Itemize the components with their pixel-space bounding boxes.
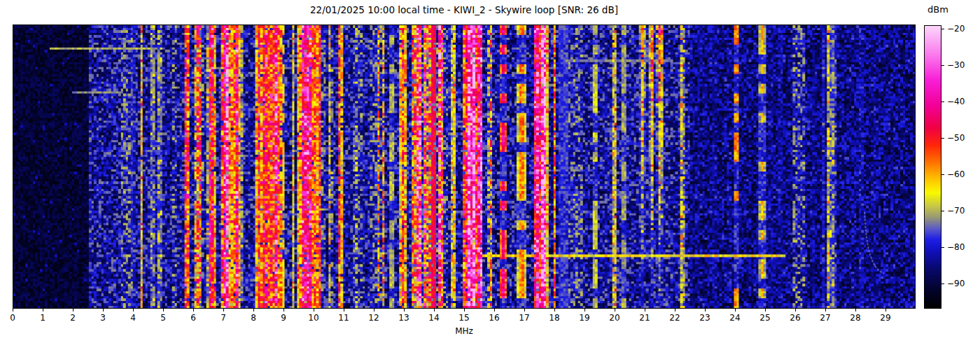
- x-axis-tick-label: 21: [634, 313, 655, 323]
- x-axis-tick-label: 25: [755, 313, 776, 323]
- colorbar-canvas: [925, 26, 941, 308]
- colorbar-tick-label: −90: [947, 279, 965, 288]
- colorbar-tick-label: −20: [947, 24, 965, 34]
- colorbar-tick: [941, 284, 944, 284]
- x-axis-tick: [404, 309, 405, 312]
- x-axis-tick: [584, 309, 585, 312]
- colorbar-title: dBm: [921, 4, 955, 15]
- x-axis-tick: [554, 309, 555, 312]
- x-axis-tick-label: 18: [544, 313, 565, 323]
- colorbar-tick: [941, 29, 944, 29]
- colorbar: [924, 25, 941, 309]
- x-axis-tick-label: 0: [2, 313, 23, 323]
- x-axis-tick-label: 5: [153, 313, 174, 323]
- x-axis-tick-label: 6: [183, 313, 204, 323]
- x-axis-tick: [645, 309, 645, 312]
- x-axis-label: MHz: [13, 326, 916, 336]
- x-axis-tick-label: 1: [32, 313, 53, 323]
- colorbar-tick-label: −50: [947, 133, 965, 143]
- x-axis-tick-label: 3: [92, 313, 113, 323]
- x-axis-tick: [163, 309, 164, 312]
- x-axis-tick-label: 8: [243, 313, 264, 323]
- x-axis-tick: [73, 309, 74, 312]
- x-axis-tick: [825, 309, 826, 312]
- x-axis-tick: [705, 309, 706, 312]
- colorbar-tick-label: −80: [947, 242, 965, 252]
- x-axis-tick-label: 24: [724, 313, 746, 323]
- x-axis-tick-label: 29: [875, 313, 896, 323]
- x-axis-tick-label: 19: [574, 313, 595, 323]
- waterfall-canvas: [13, 25, 915, 308]
- x-axis-tick-label: 12: [363, 313, 384, 323]
- x-axis-tick: [344, 309, 344, 312]
- x-axis-tick: [43, 309, 43, 312]
- colorbar-tick-label: −30: [947, 60, 965, 70]
- colorbar-tick-label: −40: [947, 97, 965, 106]
- x-axis-tick: [765, 309, 766, 312]
- x-axis-tick: [735, 309, 736, 312]
- colorbar-tick: [941, 102, 944, 102]
- colorbar-tick: [941, 138, 944, 139]
- x-axis-tick-label: 14: [424, 313, 444, 323]
- x-axis-tick: [13, 309, 13, 312]
- x-axis-tick-label: 17: [514, 313, 535, 323]
- x-axis-tick: [886, 309, 886, 312]
- x-axis-tick: [524, 309, 525, 312]
- x-axis-tick: [223, 309, 224, 312]
- x-axis-tick-label: 9: [273, 313, 294, 323]
- x-axis-tick-label: 23: [694, 313, 715, 323]
- x-axis-tick-label: 13: [393, 313, 414, 323]
- x-axis-tick: [795, 309, 796, 312]
- chart-title: 22/01/2025 10:00 local time - KIWI_2 - S…: [13, 4, 916, 15]
- x-axis-tick-label: 11: [333, 313, 354, 323]
- x-axis-tick-label: 26: [785, 313, 806, 323]
- x-axis-tick-label: 15: [454, 313, 475, 323]
- x-axis-tick-label: 2: [62, 313, 83, 323]
- x-axis-tick: [675, 309, 676, 312]
- x-axis-tick: [193, 309, 194, 312]
- x-axis-tick: [314, 309, 314, 312]
- waterfall-plot-area: [13, 24, 916, 309]
- x-axis-tick: [464, 309, 465, 312]
- spectrogram-figure: 22/01/2025 10:00 local time - KIWI_2 - S…: [0, 0, 980, 350]
- x-axis-tick: [494, 309, 495, 312]
- colorbar-tick: [941, 174, 944, 175]
- colorbar-tick: [941, 211, 944, 211]
- x-axis-tick: [434, 309, 435, 312]
- colorbar-tick: [941, 247, 944, 248]
- x-axis-tick-label: 20: [604, 313, 625, 323]
- x-axis-tick: [133, 309, 134, 312]
- x-axis-tick: [615, 309, 615, 312]
- x-axis-tick-label: 27: [815, 313, 836, 323]
- x-axis-tick-label: 10: [303, 313, 324, 323]
- x-axis-tick: [374, 309, 374, 312]
- x-axis-tick: [855, 309, 856, 312]
- x-axis-tick-label: 28: [845, 313, 866, 323]
- x-axis-tick-label: 4: [122, 313, 144, 323]
- colorbar-tick-label: −70: [947, 206, 965, 216]
- x-axis-tick: [284, 309, 284, 312]
- colorbar-tick: [941, 65, 944, 66]
- x-axis-tick: [103, 309, 104, 312]
- x-axis-tick-label: 22: [664, 313, 685, 323]
- x-axis-tick-label: 16: [484, 313, 505, 323]
- x-axis-tick-label: 7: [213, 313, 234, 323]
- x-axis-tick: [253, 309, 254, 312]
- colorbar-tick-label: −60: [947, 169, 965, 179]
